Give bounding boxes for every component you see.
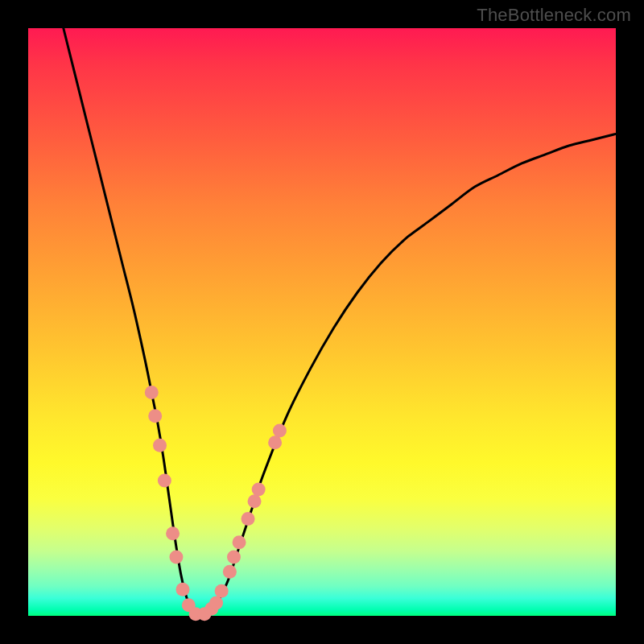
data-dot (268, 436, 282, 449)
data-dot (148, 409, 162, 423)
data-dot (252, 483, 266, 497)
data-dot (175, 583, 189, 597)
curve-dots (145, 386, 287, 621)
data-dot (248, 494, 262, 508)
data-dot (158, 474, 171, 488)
data-dot (223, 565, 237, 579)
data-dot (227, 551, 241, 564)
bottleneck-curve (64, 28, 616, 617)
data-dot (215, 584, 229, 598)
chart-frame: TheBottleneck.com (0, 0, 644, 644)
data-dot (166, 526, 180, 540)
data-dot (153, 439, 167, 452)
data-dot (169, 551, 183, 564)
data-dot (242, 512, 255, 526)
chart-svg (28, 28, 616, 616)
data-dot (233, 535, 246, 549)
watermark-text: TheBottleneck.com (477, 5, 631, 26)
data-dot (273, 424, 287, 438)
data-dot (209, 596, 223, 609)
data-dot (145, 386, 159, 399)
